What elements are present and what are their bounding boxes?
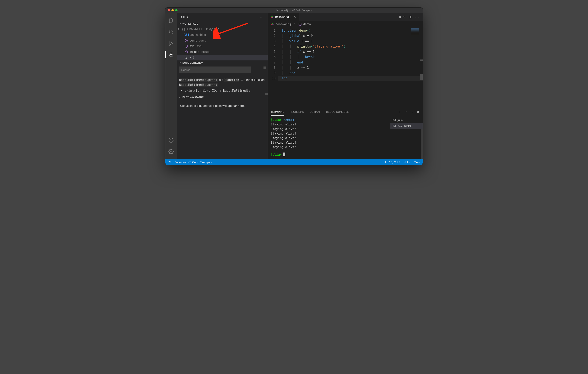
julia-icon (168, 52, 174, 57)
line-number: 9 (268, 70, 276, 75)
svg-point-7 (170, 139, 172, 140)
workspace-item-eval[interactable]: eval eval (177, 43, 268, 49)
chevron-down-icon (402, 15, 406, 19)
svg-point-14 (271, 24, 273, 25)
minimize-window-button[interactable] (171, 9, 174, 11)
sidebar: JULIA ··· WORKSPACE { } OhMyREPL OhMyREP… (177, 13, 268, 159)
sidebar-more-button[interactable]: ··· (260, 15, 264, 19)
tab-helloworld[interactable]: helloworld.jl (268, 13, 299, 21)
status-branch[interactable]: Main (414, 160, 420, 164)
token-keyword: end (282, 76, 288, 80)
module-icon (298, 22, 302, 26)
token-keyword: end (289, 71, 295, 75)
julia-tab[interactable] (165, 49, 177, 60)
terminal[interactable]: julia> demo()Staying alive!Staying alive… (268, 116, 390, 159)
new-terminal-button[interactable] (398, 110, 401, 114)
close-panel-button[interactable] (417, 110, 420, 114)
documentation-header[interactable]: DOCUMENTATION (177, 60, 268, 65)
run-debug-tab[interactable] (165, 38, 177, 49)
panel-tab-terminal[interactable]: TERMINAL (271, 108, 284, 116)
documentation-scrollbar[interactable] (265, 93, 268, 95)
workspace-header[interactable]: WORKSPACE (177, 21, 268, 26)
line-number-gutter: 1 2 3 4 5 6 7 8 9 10 (268, 27, 278, 108)
panel-tab-debug-console[interactable]: DEBUG CONSOLE (326, 108, 349, 116)
token-keyword: while (289, 39, 299, 43)
terminal-label: julia (398, 118, 403, 122)
documentation-search-input[interactable] (179, 66, 251, 73)
status-debug-button[interactable] (168, 160, 171, 163)
workspace-item-include[interactable]: include include (177, 49, 268, 55)
debug-alt-icon (168, 160, 171, 163)
accounts-button[interactable] (165, 135, 177, 146)
svg-point-0 (169, 30, 172, 33)
close-tab-button[interactable] (294, 15, 296, 19)
token-keyword: break (305, 55, 315, 59)
panel-tab-problems[interactable]: PROBLEMS (290, 108, 304, 116)
token-paren: ( (311, 44, 313, 48)
chevron-right-icon (177, 28, 180, 31)
panel-tab-output[interactable]: OUTPUT (310, 108, 320, 116)
workspace-item-ans[interactable]: [⦿] ans nothing (177, 32, 268, 38)
breadcrumb-file[interactable]: helloworld.jl (271, 22, 292, 26)
chevron-down-icon (178, 96, 181, 99)
sidebar-title-label: JULIA (180, 16, 188, 19)
doc-symbol: Base.Multimedia.print (179, 78, 218, 82)
svg-point-15 (273, 24, 273, 25)
sidebar-title: JULIA ··· (177, 13, 268, 21)
code-content[interactable]: function demo()│ global x = 0│ while 1 =… (278, 27, 423, 108)
explorer-tab[interactable] (165, 15, 177, 26)
documentation-header-label: DOCUMENTATION (182, 62, 203, 64)
token: x == 5 (301, 50, 315, 53)
minimap[interactable] (409, 28, 421, 42)
run-button[interactable] (399, 15, 406, 19)
split-editor-icon[interactable] (409, 15, 412, 19)
terminal-list-item[interactable]: Julia REPL (390, 123, 423, 129)
code-editor[interactable]: 1 2 3 4 5 6 7 8 9 10 function demo()│ gl… (268, 27, 423, 108)
tab-label: helloworld.jl (275, 15, 291, 19)
documentation-content: Base.Multimedia.print is a Function. 1 m… (177, 74, 268, 93)
token-keyword: global (289, 34, 301, 38)
chevron-up-icon[interactable] (410, 110, 414, 114)
terminal-list-item[interactable]: julia (390, 117, 423, 123)
overview-ruler[interactable] (420, 27, 423, 108)
line-number: 2 (268, 33, 276, 38)
item-type: demo (199, 39, 206, 42)
breadcrumb-file-label: helloworld.jl (276, 22, 292, 26)
status-env-label: Julia env: VS Code Examples (175, 160, 212, 164)
terminal-list-scrollbar[interactable] (421, 129, 423, 159)
editor-tabbar: helloworld.jl ··· (268, 13, 423, 21)
doc-signature: print(io::Core.IO, ::Base.Multimedia (184, 88, 266, 93)
breadcrumb-symbol[interactable]: demo (298, 22, 311, 26)
debug-icon (168, 41, 174, 46)
line-number: 3 (268, 38, 276, 44)
chevron-down-icon (178, 22, 181, 25)
status-julia-env[interactable]: Julia env: VS Code Examples (175, 160, 212, 164)
svg-rect-17 (393, 119, 396, 121)
chevron-down-icon[interactable] (404, 110, 408, 114)
token-paren: () (307, 29, 311, 32)
item-type: eval (197, 44, 202, 48)
status-language-mode[interactable]: Julia (404, 160, 410, 164)
files-icon (168, 18, 174, 23)
terminal-label: Julia REPL (398, 125, 412, 128)
status-cursor-position[interactable]: Ln 10, Col 4 (385, 160, 400, 164)
search-tab[interactable] (165, 27, 177, 37)
doc-symbol: Base.Multimedia.print (179, 83, 218, 86)
settings-button[interactable] (165, 146, 177, 157)
workspace-header-label: WORKSPACE (182, 22, 198, 25)
editor-more-button[interactable]: ··· (415, 15, 419, 19)
workspace-item-demo[interactable]: demo demo (177, 38, 268, 43)
workspace-item-x[interactable]: x 5 (177, 55, 268, 60)
plot-navigator-header[interactable]: PLOT NAVIGATOR (177, 95, 268, 100)
close-window-button[interactable] (168, 9, 170, 11)
scrollbar-indicator[interactable] (263, 66, 266, 69)
svg-point-16 (272, 23, 273, 24)
section-plot-navigator: PLOT NAVIGATOR Use Julia to plot and you… (177, 95, 268, 112)
item-name: demo (190, 39, 197, 42)
window-controls (165, 9, 178, 11)
maximize-window-button[interactable] (175, 9, 178, 11)
workspace-item-ohmyrepl[interactable]: { } OhMyREPL OhMyREPL (177, 26, 268, 32)
item-name: x (190, 56, 191, 59)
activity-bar (165, 13, 177, 159)
titlebar[interactable]: helloworld.jl — VS Code Examples (165, 8, 423, 13)
